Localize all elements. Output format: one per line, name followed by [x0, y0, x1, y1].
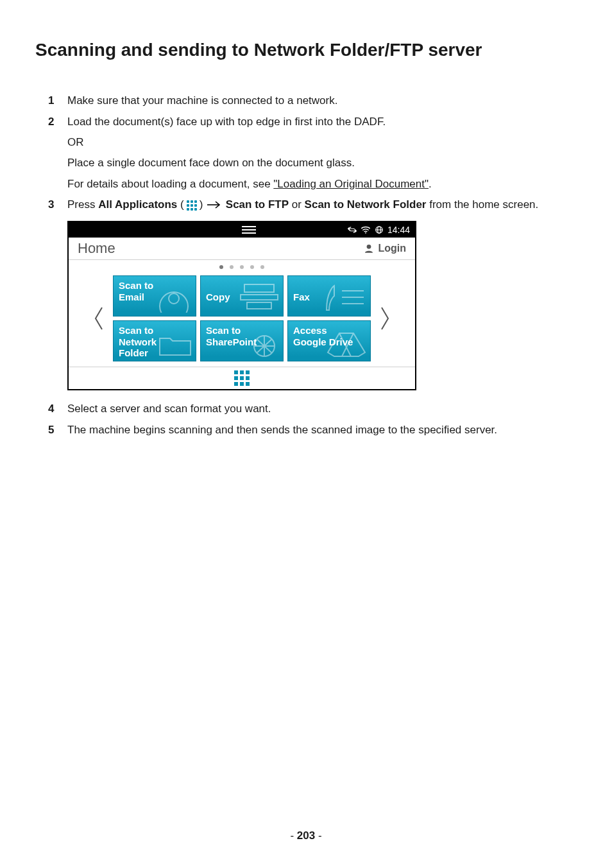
step-number: 1 [48, 92, 54, 109]
status-time: 14:44 [387, 223, 410, 238]
step-text: Place a single document face down on the… [67, 155, 577, 171]
login-button[interactable]: Login [364, 241, 406, 257]
step-number: 3 [48, 196, 54, 213]
page-title: Scanning and sending to Network Folder/F… [35, 39, 577, 62]
step-text: Make sure that your machine is connected… [67, 94, 337, 107]
tile-fax[interactable]: Fax [287, 275, 371, 317]
step-text: For details about loading a document, se… [67, 176, 577, 193]
svg-point-1 [365, 232, 366, 234]
device-screenshot: 14:44 Home Login [67, 221, 416, 390]
tile-grid: Scan toEmail Copy Fax [113, 275, 371, 361]
step-4: 4 Select a server and scan format you wa… [67, 401, 577, 417]
globe-icon [375, 225, 384, 234]
step-list: 1 Make sure that your machine is connect… [35, 92, 577, 438]
step-text: Select a server and scan format you want… [67, 403, 271, 415]
tile-access-google-drive[interactable]: AccessGoogle Drive [287, 320, 371, 361]
link-loading-original-doc[interactable]: "Loading an Original Document" [273, 178, 429, 190]
screen-header: Home Login [69, 238, 415, 260]
tile-copy[interactable]: Copy [200, 275, 284, 317]
step-5: 5 The machine begins scanning and then s… [67, 422, 577, 438]
step-2: 2 Load the document(s) face up with top … [67, 114, 577, 193]
apps-icon [187, 200, 197, 211]
step-1: 1 Make sure that your machine is connect… [67, 92, 577, 109]
screen-title: Home [78, 238, 115, 259]
page-number: 203 [297, 829, 315, 842]
step-text: OR [67, 134, 577, 151]
step-number: 2 [48, 114, 54, 130]
apps-grid-icon [234, 370, 250, 386]
sync-icon [348, 225, 357, 234]
page-indicator [69, 260, 415, 275]
page-footer: - 203 - [0, 829, 612, 842]
chevron-right-icon[interactable] [376, 280, 394, 357]
step-text: Load the document(s) face up with top ed… [67, 116, 386, 128]
step-3: 3 Press All Applicatons () Scan to FTP o… [67, 196, 577, 390]
tile-scan-to-email[interactable]: Scan toEmail [113, 275, 196, 317]
arrow-right-icon [207, 201, 221, 209]
all-apps-button[interactable] [69, 367, 415, 389]
step-number: 5 [48, 422, 54, 438]
step-text: The machine begins scanning and then sen… [67, 424, 497, 436]
step-number: 4 [48, 401, 54, 417]
user-icon [364, 243, 374, 254]
svg-point-5 [367, 245, 371, 249]
svg-rect-10 [247, 302, 271, 309]
wifi-icon [361, 225, 371, 234]
tile-scan-to-sharepoint[interactable]: Scan toSharePoint [200, 320, 284, 361]
status-bar: 14:44 [69, 222, 415, 238]
menu-icon [242, 226, 256, 234]
chevron-left-icon[interactable] [90, 280, 108, 357]
tile-scan-to-network-folder[interactable]: Scan toNetworkFolder [113, 320, 196, 361]
step-text: Press All Applicatons () Scan to FTP or … [67, 198, 538, 211]
